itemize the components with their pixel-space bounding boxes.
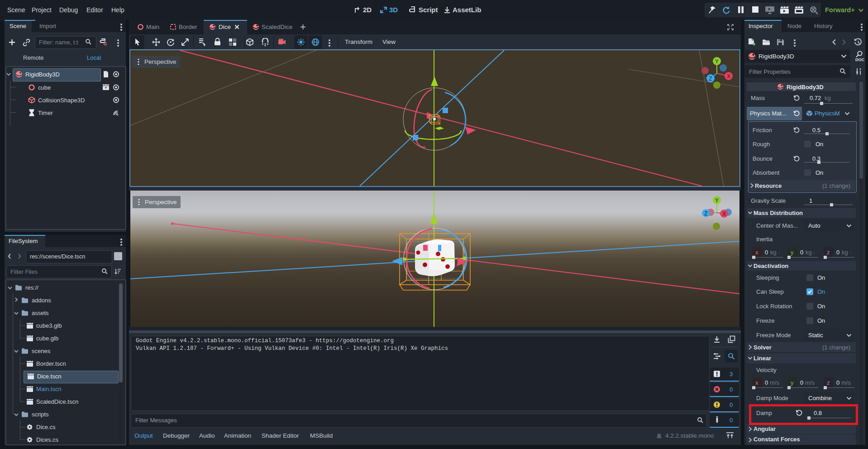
svg-text:Y: Y [715, 197, 719, 204]
svg-text:Perspective: Perspective [145, 199, 177, 205]
svg-text:X: X [727, 73, 730, 80]
svg-text:DOC: DOC [855, 57, 864, 62]
svg-text:Z: Z [704, 210, 707, 217]
svg-text:Perspective: Perspective [144, 58, 176, 65]
svg-text:Z: Z [709, 76, 712, 82]
svg-text:Y: Y [715, 58, 719, 65]
svg-text:X: X [722, 211, 726, 217]
